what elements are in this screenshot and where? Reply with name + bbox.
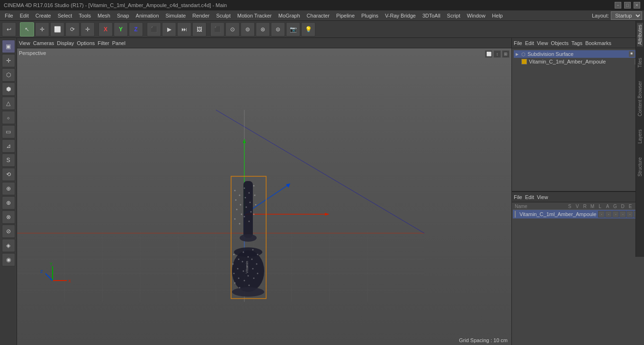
mesh-mode-button[interactable]: ✛ (2, 54, 15, 67)
menu-edit[interactable]: Edit (17, 12, 32, 19)
snap-button[interactable]: S (2, 154, 15, 167)
ruler-button[interactable]: ⊿ (2, 139, 15, 153)
viewport-options-button[interactable]: ⊞ (502, 50, 510, 58)
scene-button[interactable]: ◉ (2, 253, 15, 266)
layer-manager-button[interactable]: ▭ (2, 125, 15, 138)
viewport-container[interactable]: Vitamin X Y Z Perspective Grid Spacing :… (17, 48, 511, 345)
layout-select[interactable]: Startup (611, 11, 642, 20)
cylinder-button[interactable]: ⊚ (241, 22, 255, 36)
icon-r: · (612, 211, 619, 218)
svg-point-36 (240, 204, 242, 206)
menu-tools[interactable]: Tools (76, 12, 94, 19)
menu-select[interactable]: Select (55, 12, 75, 19)
menu-motion-tracker[interactable]: Motion Tracker (234, 12, 275, 19)
mat-obj-color (515, 211, 516, 218)
attributes-tab[interactable]: Attributes (637, 23, 643, 46)
svg-text:Vitamin: Vitamin (245, 261, 249, 273)
col-s-header: S (566, 204, 573, 209)
extra-button[interactable]: ⊘ (2, 225, 15, 238)
minimize-button[interactable]: − (615, 2, 621, 9)
plane-button[interactable]: ⊛ (256, 22, 270, 36)
animation-mode-button[interactable]: △ (2, 97, 15, 110)
menu-mograph[interactable]: MoGraph (276, 12, 303, 19)
menu-file[interactable]: File (2, 12, 16, 19)
scale-tool-button[interactable]: ⬜ (50, 22, 64, 36)
rotate-tool-button[interactable]: ⟳ (65, 22, 80, 36)
menu-animation[interactable]: Animation (133, 12, 162, 19)
sphere-button[interactable]: ⊙ (225, 22, 240, 36)
z-axis-button[interactable]: Z (129, 22, 143, 36)
3d-viewport[interactable]: Vitamin X Y Z Perspective Grid Spacing :… (17, 48, 511, 345)
options-menu[interactable]: Options (77, 40, 95, 46)
expand-icon[interactable]: ▶ (516, 52, 519, 56)
mat-file-menu[interactable]: File (514, 194, 522, 200)
render-active-button[interactable]: ⏭ (177, 22, 191, 36)
layer-button[interactable]: ◈ (2, 239, 15, 252)
menu-simulate[interactable]: Simulate (163, 12, 189, 19)
menu-script[interactable]: Script (444, 12, 463, 19)
mat-object-row[interactable]: Vitamin_C_1ml_Amber_Ampoule · · · · · · … (513, 210, 643, 218)
menu-sculpt[interactable]: Sculpt (213, 12, 233, 19)
camera-button[interactable]: 📷 (286, 22, 300, 36)
paint-button[interactable]: ⊕ (2, 182, 15, 195)
close-button[interactable]: ✕ (634, 2, 640, 9)
picture-viewer-button[interactable]: 🖼 (192, 22, 206, 36)
menu-snap[interactable]: Snap (114, 12, 132, 19)
svg-point-53 (248, 256, 249, 258)
undo-button[interactable]: ↩ (2, 22, 16, 36)
objects-file-menu[interactable]: File (514, 40, 522, 46)
view-menu[interactable]: View (19, 40, 30, 46)
mat-view-menu[interactable]: View (537, 194, 548, 200)
texture-mode-button[interactable]: ⬡ (2, 68, 15, 82)
layers-tab[interactable]: Layers (637, 127, 643, 145)
objects-list: ▶ ⬡ Subdivision Surface ■ ✓ Vitamin_C_1m… (512, 48, 644, 191)
tiles-tab[interactable]: Tiles (637, 56, 643, 70)
svg-point-33 (249, 192, 250, 194)
menu-3dtoall[interactable]: 3DToAll (420, 12, 443, 19)
menu-plugins[interactable]: Plugins (358, 12, 381, 19)
cameras-menu[interactable]: Cameras (33, 40, 54, 46)
transform-tool-button[interactable]: ✛ (80, 22, 95, 36)
menu-mesh[interactable]: Mesh (95, 12, 113, 19)
joint-mode-button[interactable]: ⬢ (2, 82, 15, 96)
objects-bookmarks-menu[interactable]: Bookmarks (585, 40, 611, 46)
y-axis-button[interactable]: Y (114, 22, 128, 36)
object-item-ampoule[interactable]: Vitamin_C_1ml_Amber_Ampoule (514, 58, 642, 65)
menu-render[interactable]: Render (189, 12, 212, 19)
light-button[interactable]: 💡 (301, 22, 315, 36)
cube-button[interactable]: ⬛ (210, 22, 224, 36)
menu-create[interactable]: Create (33, 12, 54, 19)
content-browser-tab[interactable]: Content Browser (637, 79, 643, 118)
objects-objects-menu[interactable]: Objects (551, 40, 568, 46)
floor-button[interactable]: ⊕ (2, 196, 15, 209)
panel-menu[interactable]: Panel (112, 40, 125, 46)
maximize-viewport-button[interactable]: ⬜ (485, 50, 492, 58)
select-tool-button[interactable]: ↖ (20, 22, 34, 36)
render-region-button[interactable]: ⬛ (147, 22, 161, 36)
objects-view-menu[interactable]: View (537, 40, 548, 46)
move-tool-button[interactable]: ✛ (35, 22, 49, 36)
sculpt-mode-button[interactable]: ⬦ (2, 111, 15, 124)
structure-tab[interactable]: Structure (637, 155, 643, 179)
render-view-button[interactable]: ▶ (162, 22, 176, 36)
polygon-button[interactable]: ⊜ (271, 22, 285, 36)
rotate-view-button[interactable]: ⟲ (2, 168, 15, 181)
viewport-icon-buttons: ⬜ ↕ ⊞ (485, 50, 510, 58)
menu-pipeline[interactable]: Pipeline (333, 12, 358, 19)
grid-button[interactable]: ⊗ (2, 210, 15, 224)
objects-edit-menu[interactable]: Edit (525, 40, 534, 46)
object-item-subdivision[interactable]: ▶ ⬡ Subdivision Surface ■ ✓ (514, 50, 642, 58)
menu-help[interactable]: Help (489, 12, 506, 19)
svg-point-46 (239, 223, 241, 225)
toggle-viewport-button[interactable]: ↕ (493, 50, 501, 58)
menu-vray[interactable]: V-Ray Bridge (382, 12, 419, 19)
menu-window[interactable]: Window (464, 12, 488, 19)
maximize-button[interactable]: □ (624, 2, 631, 9)
model-mode-button[interactable]: ▣ (2, 40, 15, 53)
mat-edit-menu[interactable]: Edit (525, 194, 534, 200)
objects-tags-menu[interactable]: Tags (572, 40, 582, 46)
x-axis-button[interactable]: X (98, 22, 113, 36)
menu-character[interactable]: Character (304, 12, 332, 19)
display-menu[interactable]: Display (57, 40, 74, 46)
filter-menu[interactable]: Filter (98, 40, 109, 46)
